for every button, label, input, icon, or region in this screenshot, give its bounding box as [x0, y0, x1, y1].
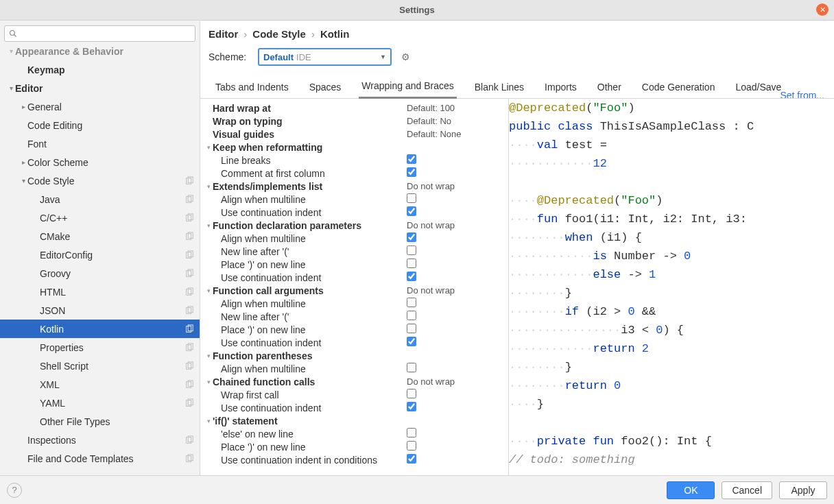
option-checkbox[interactable] [407, 206, 416, 216]
option-checkbox[interactable] [407, 428, 416, 437]
option-item[interactable]: New line after '(' [200, 245, 508, 258]
sidebar-item[interactable]: YAML [0, 394, 200, 412]
option-item[interactable]: Use continuation indent [200, 271, 508, 284]
option-group[interactable]: ▾Extends/implements listDo not wrap [200, 180, 508, 193]
sidebar-item[interactable]: ▾Editor [0, 79, 200, 97]
tab[interactable]: Imports [542, 82, 580, 98]
option-checkbox[interactable] [407, 245, 416, 255]
sidebar-item[interactable]: File and Code Templates [0, 449, 200, 468]
option-item[interactable]: Place ')' on new line [200, 323, 508, 336]
scheme-select[interactable]: Default IDE ▼ [258, 48, 392, 66]
tab[interactable]: Blank Lines [472, 82, 527, 98]
option-checkbox[interactable] [407, 454, 416, 464]
sidebar-item[interactable]: HTML [0, 283, 200, 301]
option-value[interactable]: Do not wrap [405, 285, 508, 296]
option-label: Use continuation indent [221, 403, 405, 413]
option-label: 'else' on new line [221, 429, 405, 440]
breadcrumb: Editor › Code Style › Kotlin [208, 28, 826, 40]
sidebar-item[interactable]: Kotlin [0, 320, 200, 338]
sidebar-item[interactable]: ▸General [0, 97, 200, 116]
option-value[interactable]: Default: None [405, 129, 508, 139]
close-icon[interactable]: ✕ [816, 3, 829, 16]
sidebar-item[interactable]: JSON [0, 301, 200, 320]
settings-tree[interactable]: ▾Appearance & BehaviorKeymap▾Editor▸Gene… [0, 46, 200, 475]
sidebar-item[interactable]: C/C++ [0, 208, 200, 227]
option-item[interactable]: Line breaks [200, 154, 508, 167]
tab[interactable]: Code Generation [639, 82, 718, 98]
option-checkbox[interactable] [407, 402, 416, 411]
option-checkbox[interactable] [407, 337, 416, 346]
option-checkbox[interactable] [407, 311, 416, 320]
cancel-button[interactable]: Cancel [722, 481, 772, 499]
option-item[interactable]: New line after '(' [200, 310, 508, 323]
sidebar: ▾Appearance & BehaviorKeymap▾Editor▸Gene… [0, 21, 200, 475]
option-checkbox[interactable] [407, 441, 416, 451]
option-checkbox[interactable] [407, 324, 416, 333]
sidebar-item[interactable]: Code Editing [0, 116, 200, 134]
option-group[interactable]: ▾Function declaration parametersDo not w… [200, 219, 508, 232]
option-checkbox[interactable] [407, 193, 416, 203]
option-item[interactable]: Align when multiline [200, 362, 508, 375]
option-label: Extends/implements list [213, 181, 405, 192]
option-item[interactable]: Place ')' on new line [200, 440, 508, 453]
tree-arrow-icon: ▾ [7, 47, 15, 55]
option-item[interactable]: Use continuation indent in conditions [200, 453, 508, 466]
sidebar-item[interactable]: CMake [0, 227, 200, 245]
options-panel[interactable]: Hard wrap atDefault: 100Wrap on typingDe… [200, 99, 509, 475]
tab[interactable]: Spaces [307, 82, 344, 98]
option-item[interactable]: Align when multiline [200, 297, 508, 310]
sidebar-item[interactable]: Font [0, 134, 200, 153]
sidebar-item[interactable]: ▾Appearance & Behavior [0, 46, 200, 60]
option-item[interactable]: Place ')' on new line [200, 258, 508, 271]
sidebar-item[interactable]: Inspections [0, 431, 200, 449]
option-group[interactable]: Hard wrap atDefault: 100 [200, 101, 508, 115]
apply-button[interactable]: Apply [779, 481, 827, 499]
option-checkbox[interactable] [407, 259, 416, 268]
option-checkbox[interactable] [407, 154, 416, 164]
option-item[interactable]: Align when multiline [200, 232, 508, 245]
option-value[interactable]: Default: 100 [405, 103, 508, 113]
sidebar-item[interactable]: Java [0, 190, 200, 208]
option-group[interactable]: Visual guidesDefault: None [200, 128, 508, 141]
gear-icon[interactable]: ⚙ [401, 51, 410, 62]
sidebar-item[interactable]: Groovy [0, 264, 200, 283]
tree-arrow-icon: ▾ [19, 177, 27, 184]
tree-arrow-icon: ▸ [19, 158, 27, 166]
option-value[interactable]: Do not wrap [405, 376, 508, 387]
sidebar-item[interactable]: Properties [0, 338, 200, 357]
option-value[interactable]: Default: No [405, 116, 508, 126]
option-group[interactable]: Wrap on typingDefault: No [200, 115, 508, 128]
sidebar-item[interactable]: ▸Color Scheme [0, 153, 200, 171]
option-item[interactable]: Comment at first column [200, 167, 508, 180]
help-button[interactable]: ? [7, 483, 22, 498]
option-item[interactable]: 'else' on new line [200, 427, 508, 440]
option-value[interactable]: Do not wrap [405, 220, 508, 230]
ok-button[interactable]: OK [667, 481, 715, 499]
option-item[interactable]: Align when multiline [200, 193, 508, 206]
option-checkbox[interactable] [407, 298, 416, 307]
sidebar-item[interactable]: Other File Types [0, 412, 200, 431]
tab-bar: Tabs and IndentsSpacesWrapping and Brace… [200, 78, 834, 99]
option-item[interactable]: Wrap first call [200, 388, 508, 401]
sidebar-item[interactable]: Keymap [0, 60, 200, 79]
option-group[interactable]: ▾Chained function callsDo not wrap [200, 375, 508, 388]
sidebar-item[interactable]: ▾Code Style [0, 171, 200, 190]
option-value[interactable]: Do not wrap [405, 181, 508, 191]
option-checkbox[interactable] [407, 363, 416, 372]
option-group[interactable]: ▾Function call argumentsDo not wrap [200, 284, 508, 297]
option-item[interactable]: Use continuation indent [200, 401, 508, 414]
tab[interactable]: Wrapping and Braces [359, 80, 456, 99]
tab[interactable]: Other [595, 82, 624, 98]
option-item[interactable]: Use continuation indent [200, 206, 508, 219]
option-checkbox[interactable] [407, 232, 416, 242]
option-item[interactable]: Use continuation indent [200, 336, 508, 349]
search-input[interactable] [4, 25, 195, 42]
sidebar-item[interactable]: Shell Script [0, 357, 200, 375]
option-checkbox[interactable] [407, 272, 416, 281]
tab[interactable]: Load/Save [732, 82, 784, 98]
option-checkbox[interactable] [407, 167, 416, 177]
sidebar-item[interactable]: EditorConfig [0, 245, 200, 264]
option-checkbox[interactable] [407, 389, 416, 398]
tab[interactable]: Tabs and Indents [213, 82, 291, 98]
sidebar-item[interactable]: XML [0, 375, 200, 394]
